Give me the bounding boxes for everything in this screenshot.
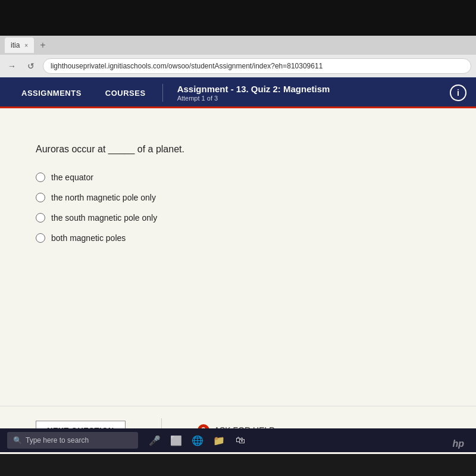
- browser-chrome: itia × + → ↺ lighthouseprivatel.ignitias…: [0, 36, 476, 77]
- taskbar-mic-icon[interactable]: 🎤: [148, 433, 162, 447]
- nav-divider: [162, 84, 163, 102]
- back-button[interactable]: →: [5, 59, 19, 73]
- nav-assignments-link[interactable]: ASSIGNMENTS: [10, 89, 93, 98]
- taskbar: 🔍 Type here to search 🎤 ⬜ 🌐 📁 🛍 hp: [0, 428, 476, 452]
- assignment-title: - 13. Quiz 2: Magnetism: [228, 84, 330, 94]
- option-item-4[interactable]: both magnetic poles: [36, 233, 440, 243]
- laptop-bezel: itia × + → ↺ lighthouseprivatel.ignitias…: [0, 0, 476, 452]
- taskbar-edge-icon[interactable]: 🌐: [190, 433, 205, 447]
- question-text: Auroras occur at _____ of a planet.: [36, 144, 440, 155]
- attempt-text: Attempt 1 of 3: [177, 95, 440, 102]
- search-icon: 🔍: [13, 436, 22, 444]
- option-item-2[interactable]: the north magnetic pole only: [36, 193, 440, 202]
- option-label-2: the north magnetic pole only: [51, 193, 156, 202]
- option-item-3[interactable]: the south magnetic pole only: [36, 213, 440, 223]
- tab-close-button[interactable]: ×: [24, 42, 28, 49]
- url-bar[interactable]: lighthouseprivatel.ignitiaschools.com/ow…: [43, 58, 471, 74]
- tab-bar: itia × +: [0, 36, 476, 55]
- taskbar-search[interactable]: 🔍 Type here to search: [7, 432, 138, 449]
- taskbar-store-icon[interactable]: 🛍: [233, 433, 248, 447]
- radio-button-2[interactable]: [36, 193, 45, 202]
- assignment-title-line: Assignment - 13. Quiz 2: Magnetism: [177, 84, 440, 95]
- option-label-3: the south magnetic pole only: [51, 213, 157, 223]
- app-header: ASSIGNMENTS COURSES Assignment - 13. Qui…: [0, 77, 476, 108]
- browser-tab[interactable]: itia ×: [5, 37, 34, 53]
- address-bar: → ↺ lighthouseprivatel.ignitiaschools.co…: [0, 55, 476, 77]
- hp-logo: hp: [452, 439, 464, 449]
- taskbar-icons: 🎤 ⬜ 🌐 📁 🛍: [148, 433, 248, 447]
- main-content: Auroras occur at _____ of a planet. the …: [0, 108, 476, 406]
- radio-button-1[interactable]: [36, 173, 45, 182]
- nav-courses-link[interactable]: COURSES: [93, 89, 158, 98]
- info-icon-button[interactable]: i: [450, 84, 466, 101]
- taskbar-search-text: Type here to search: [26, 436, 89, 444]
- assignment-title-area: Assignment - 13. Quiz 2: Magnetism Attem…: [168, 84, 450, 102]
- browser-window: itia × + → ↺ lighthouseprivatel.ignitias…: [0, 36, 476, 428]
- taskbar-folder-icon[interactable]: 📁: [212, 433, 226, 447]
- refresh-button[interactable]: ↺: [24, 59, 38, 73]
- taskbar-desktop-icon[interactable]: ⬜: [169, 433, 183, 447]
- option-item-1[interactable]: the equator: [36, 173, 440, 182]
- tab-title: itia: [11, 41, 20, 49]
- assignment-label: Assignment: [177, 84, 228, 94]
- new-tab-button[interactable]: +: [36, 40, 49, 51]
- radio-button-4[interactable]: [36, 233, 45, 243]
- option-label-4: both magnetic poles: [51, 233, 126, 243]
- option-label-1: the equator: [51, 173, 93, 182]
- options-list: the equator the north magnetic pole only…: [36, 173, 440, 243]
- radio-button-3[interactable]: [36, 213, 45, 223]
- url-text: lighthouseprivatel.ignitiaschools.com/ow…: [51, 62, 322, 70]
